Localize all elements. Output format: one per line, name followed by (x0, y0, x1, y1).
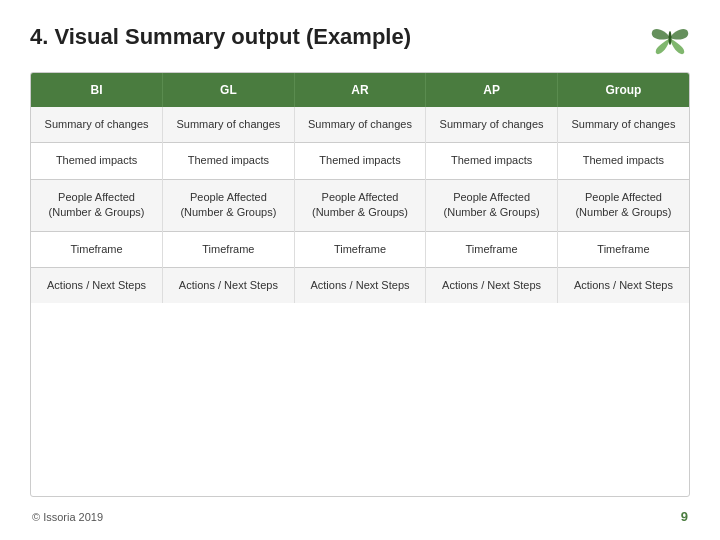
table-header-cell: AR (294, 73, 426, 107)
table-header-cell: Group (557, 73, 689, 107)
table-header-row: BIGLARAPGroup (31, 73, 689, 107)
table-cell: Actions / Next Steps (31, 267, 163, 303)
table-cell: Summary of changes (557, 107, 689, 143)
table-row: Summary of changesSummary of changesSumm… (31, 107, 689, 143)
footer-page-number: 9 (681, 509, 688, 524)
table-row: Actions / Next StepsActions / Next Steps… (31, 267, 689, 303)
table-header-cell: AP (426, 73, 558, 107)
footer: © Issoria 2019 9 (30, 509, 690, 524)
table-cell: Timeframe (31, 231, 163, 267)
table-cell: Actions / Next Steps (163, 267, 295, 303)
table-cell: Summary of changes (163, 107, 295, 143)
table-cell: People Affected(Number & Groups) (426, 179, 558, 231)
table-header-cell: GL (163, 73, 295, 107)
table-cell: Themed impacts (426, 143, 558, 179)
table-cell: Summary of changes (31, 107, 163, 143)
table-cell: Themed impacts (163, 143, 295, 179)
page-title: 4. Visual Summary output (Example) (30, 24, 690, 50)
table-cell: Actions / Next Steps (426, 267, 558, 303)
table-cell: Timeframe (557, 231, 689, 267)
table-cell: People Affected(Number & Groups) (31, 179, 163, 231)
table-cell: Timeframe (426, 231, 558, 267)
table-cell: Summary of changes (294, 107, 426, 143)
table-cell: Timeframe (294, 231, 426, 267)
table-cell: Themed impacts (294, 143, 426, 179)
table-cell: Summary of changes (426, 107, 558, 143)
footer-brand: © Issoria 2019 (32, 511, 103, 523)
svg-point-0 (669, 31, 672, 45)
table-cell: Themed impacts (31, 143, 163, 179)
table-cell: Timeframe (163, 231, 295, 267)
table-cell: People Affected(Number & Groups) (163, 179, 295, 231)
table-row: TimeframeTimeframeTimeframeTimeframeTime… (31, 231, 689, 267)
table-row: People Affected(Number & Groups)People A… (31, 179, 689, 231)
table-cell: People Affected(Number & Groups) (557, 179, 689, 231)
table-cell: People Affected(Number & Groups) (294, 179, 426, 231)
table-cell: Actions / Next Steps (557, 267, 689, 303)
table-cell: Actions / Next Steps (294, 267, 426, 303)
page-container: 4. Visual Summary output (Example) BIGLA… (0, 0, 720, 540)
summary-table: BIGLARAPGroup Summary of changesSummary … (31, 73, 689, 303)
butterfly-logo (650, 20, 690, 56)
table-header-cell: BI (31, 73, 163, 107)
table-row: Themed impactsThemed impactsThemed impac… (31, 143, 689, 179)
table-cell: Themed impacts (557, 143, 689, 179)
table-wrapper: BIGLARAPGroup Summary of changesSummary … (30, 72, 690, 497)
